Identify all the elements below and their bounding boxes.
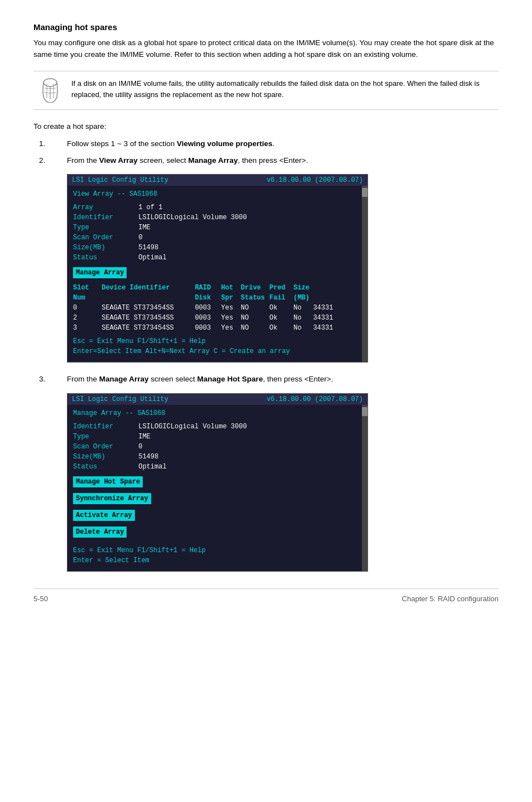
intro-text: You may configure one disk as a global h… (33, 37, 499, 61)
terminal-1-body: View Array -- SAS1068 Array 1 of 1 Ident… (67, 186, 362, 362)
terminal-1-scrollbar-thumb (362, 188, 367, 197)
terminal-1-header-right: v6.18.00.00 (2007.08.07) (267, 176, 363, 184)
terminal-1-subtitle: View Array -- SAS1068 (73, 189, 356, 199)
terminal-2-body: Manage Array -- SAS1068 Identifier LSILO… (67, 405, 362, 571)
step-2-num: 2. (33, 155, 67, 166)
terminal-1-status-row: Status Optimal (73, 253, 356, 263)
terminal-2-status-row: Status Optimal (73, 462, 356, 472)
svg-point-0 (43, 79, 57, 86)
terminal-1-type-row: Type IME (73, 223, 356, 233)
step-3-num: 3. (33, 374, 67, 385)
terminal-1-array-row: Array 1 of 1 (73, 202, 356, 212)
terminal-2-scrollbar (362, 405, 367, 571)
terminal-2-btn4[interactable]: Delete Array (73, 525, 356, 539)
terminal-2: LSI Logic Config Utility v6.18.00.00 (20… (67, 393, 368, 572)
terminal-1-header-left: LSI Logic Config Utility (72, 176, 168, 184)
terminal-1-manage-btn[interactable]: Manage Array (73, 266, 356, 279)
step-3-text: From the Manage Array screen select Mana… (67, 374, 499, 385)
footer-page-num: 5-50 (33, 595, 48, 603)
step-2-text: From the View Array screen, select Manag… (67, 155, 499, 166)
steps-list: 1. Follow steps 1 ~ 3 of the section Vie… (33, 138, 499, 572)
note-icon (38, 78, 62, 103)
terminal-2-footer1: Esc = Exit Menu F1/Shift+1 = Help (73, 545, 356, 555)
step-1: 1. Follow steps 1 ~ 3 of the section Vie… (33, 138, 499, 149)
note-text: If a disk on an IM/IME volume fails, the… (71, 78, 499, 100)
terminal-1-footer1: Esc = Exit Menu F1/Shift+1 = Help (73, 336, 356, 346)
terminal-1-scanorder-row: Scan Order 0 (73, 233, 356, 243)
footer-chapter: Chapter 5: RAID configuration (402, 595, 499, 603)
terminal-2-scrollbar-thumb (362, 407, 367, 416)
terminal-1: LSI Logic Config Utility v6.18.00.00 (20… (67, 174, 368, 363)
terminal-2-btn2[interactable]: Synnchronize Array (73, 492, 356, 505)
step-1-num: 1. (33, 138, 67, 149)
terminal-1-col-headers: Slot Device Identifier RAID Hot Drive Pr… (73, 283, 356, 293)
terminal-1-col-headers2: Num Disk Spr Status Fail (MB) (73, 293, 356, 303)
footer-bar: 5-50 Chapter 5: RAID configuration (33, 588, 499, 608)
terminal-1-identifier-row: Identifier LSILOGICLogical Volume 3000 (73, 212, 356, 223)
note-box: If a disk on an IM/IME volume fails, the… (33, 71, 499, 110)
terminal-2-header-right: v6.18.00.00 (2007.08.07) (267, 395, 363, 403)
terminal-2-identifier-row: Identifier LSILOGICLogical Volume 3000 (73, 422, 356, 432)
step-1-text: Follow steps 1 ~ 3 of the section Viewin… (67, 138, 499, 149)
terminal-2-subtitle: Manage Array -- SAS1068 (73, 408, 356, 418)
terminal-2-btn1[interactable]: Manage Hot Spare (73, 475, 356, 489)
terminal-1-footer2: Enter=Select Item Alt+N=Next Array C = C… (73, 346, 356, 356)
terminal-2-type-row: Type IME (73, 432, 356, 442)
terminal-1-size-row: Size(MB) 51498 (73, 243, 356, 253)
terminal-1-row-0: 0 SEAGATE ST373454SS 0003 Yes NO Ok No 3… (73, 303, 356, 313)
terminal-2-scanorder-row: Scan Order 0 (73, 442, 356, 452)
step-3: 3. From the Manage Array screen select M… (33, 374, 499, 385)
to-create-label: To create a hot spare: (33, 122, 499, 131)
terminal-2-btn3[interactable]: Activate Array (73, 509, 356, 522)
terminal-1-row-2: 2 SEAGATE ST373454SS 0003 Yes NO Ok No 3… (73, 313, 356, 323)
terminal-2-header: LSI Logic Config Utility v6.18.00.00 (20… (67, 394, 367, 405)
section-title: Managing hot spares (33, 22, 499, 32)
step-2: 2. From the View Array screen, select Ma… (33, 155, 499, 166)
terminal-1-header: LSI Logic Config Utility v6.18.00.00 (20… (67, 175, 367, 186)
terminal-2-size-row: Size(MB) 51498 (73, 452, 356, 462)
terminal-1-row-3: 3 SEAGATE ST373454SS 0003 Yes NO Ok No 3… (73, 323, 356, 333)
terminal-2-header-left: LSI Logic Config Utility (72, 395, 168, 403)
terminal-1-scrollbar (362, 186, 367, 362)
terminal-2-footer2: Enter = Select Item (73, 555, 356, 566)
